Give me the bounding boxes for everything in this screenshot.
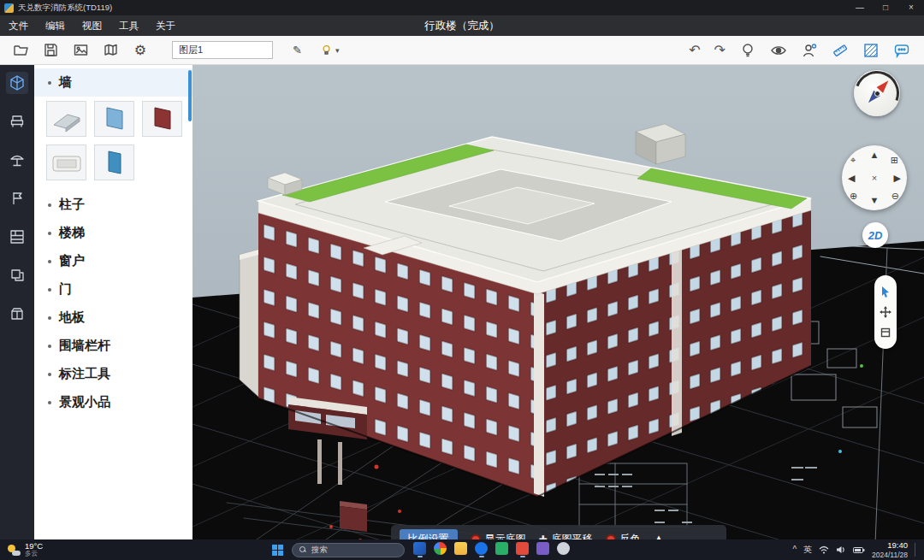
- weather-widget[interactable]: 19°C 多云: [0, 542, 50, 558]
- taskbar-app-icon[interactable]: [536, 542, 549, 557]
- taskbar-app-icon[interactable]: [434, 542, 447, 557]
- layer-select[interactable]: 图层1: [172, 41, 273, 59]
- 3d-scene-canvas[interactable]: [192, 65, 924, 560]
- maximize-button[interactable]: □: [873, 0, 898, 15]
- taskbar-app-icon[interactable]: [413, 542, 426, 557]
- category-annotation[interactable]: 标注工具: [34, 360, 192, 388]
- hatch-fill-button[interactable]: [862, 42, 880, 59]
- select-pointer-button[interactable]: [880, 286, 892, 298]
- category-label: 墙: [59, 74, 72, 91]
- redo-button[interactable]: ↷: [714, 44, 726, 57]
- visibility-eye-button[interactable]: [770, 42, 787, 59]
- reset-view-button[interactable]: ×: [872, 174, 877, 183]
- taskbar-search[interactable]: 搜索: [292, 543, 405, 557]
- pencil-icon[interactable]: ✎: [293, 44, 302, 56]
- time-label: 19:40: [872, 540, 908, 550]
- box-select-button[interactable]: [880, 327, 892, 339]
- move-tool-button[interactable]: [880, 306, 892, 319]
- tool-furniture-button[interactable]: [6, 110, 28, 133]
- panel-scrollbar[interactable]: [188, 70, 192, 121]
- zoom-out-button[interactable]: ⊖: [891, 192, 899, 201]
- category-door[interactable]: 门: [34, 275, 192, 304]
- measure-ruler-button[interactable]: [832, 42, 849, 59]
- app-logo-icon: [4, 3, 14, 13]
- show-desktop-button[interactable]: [915, 543, 917, 557]
- wall-type-2-thumbnail[interactable]: [94, 101, 134, 137]
- category-fence[interactable]: 围墙栏杆: [34, 332, 192, 360]
- wifi-icon[interactable]: [819, 542, 829, 557]
- zoom-window-icon[interactable]: ⊞: [891, 156, 898, 165]
- wall-thumbnails: [34, 97, 192, 191]
- tool-3d-cube-button[interactable]: [6, 72, 28, 94]
- category-label: 围墙栏杆: [59, 338, 110, 354]
- ime-indicator[interactable]: 英: [803, 544, 812, 556]
- zoom-in-button[interactable]: ⊕: [850, 192, 857, 201]
- lightbulb-button[interactable]: [739, 42, 756, 59]
- app-window: 天兑数字消防系统(TD119) — □ × 文件 编辑 视图 工具 关于 行政楼…: [0, 0, 924, 560]
- menu-view[interactable]: 视图: [74, 20, 110, 32]
- bullet-icon: [48, 232, 51, 235]
- wall-type-5-thumbnail[interactable]: [94, 144, 134, 180]
- main-toolbar: ⚙ 图层1 ✎ ▾ ↶ ↷: [0, 36, 924, 65]
- tool-shelf-button[interactable]: [6, 226, 28, 248]
- layer-select-value: 图层1: [179, 44, 203, 56]
- pan-right-button[interactable]: ▶: [894, 174, 901, 183]
- toggle-2d-button[interactable]: 2D: [862, 222, 888, 248]
- component-panel: 墙 柱子 楼梯 窗户 门 地板 围墙栏杆 标注工具 景观小品: [34, 65, 192, 539]
- target-icon[interactable]: ⌖: [850, 156, 856, 165]
- view-compass[interactable]: [854, 70, 900, 116]
- start-button[interactable]: [272, 545, 283, 556]
- open-folder-button[interactable]: [12, 42, 29, 59]
- category-label: 地板: [59, 309, 85, 326]
- category-label: 景观小品: [59, 394, 110, 410]
- volume-icon[interactable]: [836, 542, 846, 557]
- menu-edit[interactable]: 编辑: [37, 20, 74, 32]
- settings-gear-icon[interactable]: ⚙: [132, 42, 149, 59]
- taskbar-app-icon[interactable]: [454, 542, 467, 557]
- clock-widget[interactable]: 19:40 2024/11/28: [872, 540, 908, 559]
- close-button[interactable]: ×: [898, 0, 924, 15]
- image-button[interactable]: [72, 42, 89, 59]
- pinned-apps: [413, 542, 570, 557]
- battery-icon[interactable]: [853, 542, 865, 557]
- document-title: 行政楼（完成）: [424, 19, 500, 33]
- taskbar-app-icon[interactable]: [516, 542, 529, 557]
- wall-type-3-thumbnail[interactable]: [142, 101, 182, 137]
- light-style-dropdown[interactable]: ▾: [320, 44, 340, 56]
- pan-left-button[interactable]: ◀: [848, 174, 855, 183]
- category-column[interactable]: 柱子: [34, 191, 192, 219]
- menu-about[interactable]: 关于: [147, 20, 184, 32]
- pan-down-button[interactable]: ▼: [870, 196, 880, 205]
- undo-button[interactable]: ↶: [689, 44, 700, 57]
- taskbar-app-icon[interactable]: [557, 542, 570, 557]
- tool-package-button[interactable]: [6, 303, 28, 325]
- tool-category-strip: [0, 65, 34, 539]
- chat-button[interactable]: [893, 42, 910, 59]
- category-landscape[interactable]: 景观小品: [34, 388, 192, 416]
- minimize-button[interactable]: —: [847, 0, 873, 15]
- category-window[interactable]: 窗户: [34, 247, 192, 275]
- menu-file[interactable]: 文件: [0, 20, 37, 32]
- taskbar-app-icon[interactable]: [495, 542, 508, 557]
- save-button[interactable]: [42, 42, 59, 59]
- taskbar-app-icon[interactable]: [475, 542, 488, 557]
- windows-taskbar: 19°C 多云 搜索 ^ 英: [0, 539, 924, 560]
- bullet-icon: [48, 316, 51, 320]
- bullet-icon: [48, 81, 51, 85]
- viewport-tools-pill: [874, 275, 897, 349]
- map-button[interactable]: [102, 42, 119, 59]
- person-location-button[interactable]: [801, 42, 818, 59]
- menu-tools[interactable]: 工具: [110, 20, 147, 32]
- tool-pavilion-button[interactable]: [6, 149, 28, 171]
- search-icon: [299, 546, 306, 553]
- pan-up-button[interactable]: ▲: [870, 150, 880, 160]
- category-stairs[interactable]: 楼梯: [34, 219, 192, 247]
- tool-flag-button[interactable]: [6, 187, 28, 209]
- tool-layers-button[interactable]: [6, 264, 28, 286]
- tray-overflow-chevron[interactable]: ^: [792, 545, 797, 554]
- category-floor[interactable]: 地板: [34, 304, 192, 332]
- viewport-3d[interactable]: ▲ ▼ ◀ ▶ × ⌖ ⊞ ⊕ ⊖ 2D 比例设置: [192, 65, 924, 560]
- wall-type-4-thumbnail[interactable]: [46, 144, 86, 180]
- wall-type-1-thumbnail[interactable]: [46, 101, 86, 137]
- category-wall[interactable]: 墙: [34, 68, 192, 97]
